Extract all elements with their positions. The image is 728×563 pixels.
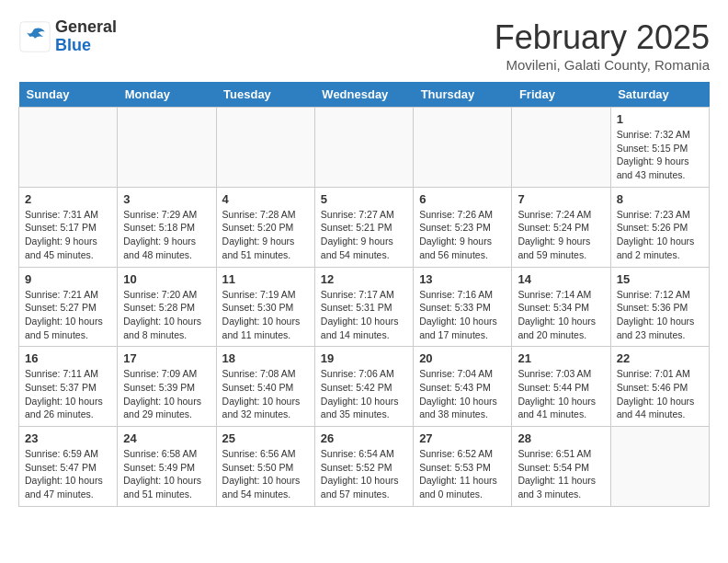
calendar-cell: 24Sunrise: 6:58 AM Sunset: 5:49 PM Dayli… <box>118 427 216 507</box>
day-info: Sunrise: 6:59 AM Sunset: 5:47 PM Dayligh… <box>25 447 111 501</box>
day-info: Sunrise: 7:32 AM Sunset: 5:15 PM Dayligh… <box>617 128 703 182</box>
day-info: Sunrise: 7:03 AM Sunset: 5:44 PM Dayligh… <box>518 367 604 421</box>
day-info: Sunrise: 6:58 AM Sunset: 5:49 PM Dayligh… <box>123 447 210 501</box>
day-number: 18 <box>222 351 309 365</box>
day-number: 11 <box>222 272 309 286</box>
calendar-cell: 5Sunrise: 7:27 AM Sunset: 5:21 PM Daylig… <box>314 187 413 267</box>
day-number: 4 <box>222 192 309 206</box>
day-number: 5 <box>321 192 407 206</box>
calendar-cell: 1Sunrise: 7:32 AM Sunset: 5:15 PM Daylig… <box>610 108 709 188</box>
calendar-cell: 22Sunrise: 7:01 AM Sunset: 5:46 PM Dayli… <box>610 347 709 427</box>
day-number: 6 <box>419 192 506 206</box>
weekday-friday: Friday <box>512 82 610 108</box>
day-info: Sunrise: 7:11 AM Sunset: 5:37 PM Dayligh… <box>25 367 111 421</box>
day-number: 17 <box>123 351 210 365</box>
calendar-cell: 2Sunrise: 7:31 AM Sunset: 5:17 PM Daylig… <box>19 187 118 267</box>
logo-blue: Blue <box>55 37 117 55</box>
day-info: Sunrise: 7:23 AM Sunset: 5:26 PM Dayligh… <box>617 208 703 262</box>
day-info: Sunrise: 7:20 AM Sunset: 5:28 PM Dayligh… <box>123 288 210 342</box>
logo-general: General <box>55 18 117 37</box>
day-number: 3 <box>123 192 210 206</box>
weekday-sunday: Sunday <box>19 82 118 108</box>
day-number: 2 <box>25 192 111 206</box>
weekday-tuesday: Tuesday <box>216 82 314 108</box>
day-info: Sunrise: 7:29 AM Sunset: 5:18 PM Dayligh… <box>123 208 210 262</box>
day-info: Sunrise: 7:01 AM Sunset: 5:46 PM Dayligh… <box>617 367 703 421</box>
calendar-cell <box>414 108 512 188</box>
calendar-cell: 14Sunrise: 7:14 AM Sunset: 5:34 PM Dayli… <box>512 267 610 347</box>
calendar-cell: 9Sunrise: 7:21 AM Sunset: 5:27 PM Daylig… <box>19 267 118 347</box>
day-info: Sunrise: 6:52 AM Sunset: 5:53 PM Dayligh… <box>419 447 506 501</box>
day-info: Sunrise: 6:51 AM Sunset: 5:54 PM Dayligh… <box>518 447 604 501</box>
calendar-cell: 18Sunrise: 7:08 AM Sunset: 5:40 PM Dayli… <box>216 347 314 427</box>
calendar-cell: 7Sunrise: 7:24 AM Sunset: 5:24 PM Daylig… <box>512 187 610 267</box>
day-number: 25 <box>222 431 309 445</box>
weekday-wednesday: Wednesday <box>314 82 413 108</box>
calendar-cell: 4Sunrise: 7:28 AM Sunset: 5:20 PM Daylig… <box>216 187 314 267</box>
day-info: Sunrise: 7:19 AM Sunset: 5:30 PM Dayligh… <box>222 288 309 342</box>
calendar-cell <box>118 108 216 188</box>
day-number: 20 <box>419 351 506 365</box>
day-info: Sunrise: 7:12 AM Sunset: 5:36 PM Dayligh… <box>617 288 703 342</box>
calendar-cell: 15Sunrise: 7:12 AM Sunset: 5:36 PM Dayli… <box>610 267 709 347</box>
calendar-cell: 3Sunrise: 7:29 AM Sunset: 5:18 PM Daylig… <box>118 187 216 267</box>
week-row-4: 16Sunrise: 7:11 AM Sunset: 5:37 PM Dayli… <box>19 347 710 427</box>
location: Movileni, Galati County, Romania <box>495 57 710 73</box>
day-info: Sunrise: 7:26 AM Sunset: 5:23 PM Dayligh… <box>419 208 506 262</box>
calendar-cell: 20Sunrise: 7:04 AM Sunset: 5:43 PM Dayli… <box>414 347 512 427</box>
logo: General Blue <box>18 18 117 55</box>
day-number: 14 <box>518 272 604 286</box>
calendar-cell: 16Sunrise: 7:11 AM Sunset: 5:37 PM Dayli… <box>19 347 118 427</box>
day-info: Sunrise: 6:56 AM Sunset: 5:50 PM Dayligh… <box>222 447 309 501</box>
calendar-cell: 26Sunrise: 6:54 AM Sunset: 5:52 PM Dayli… <box>314 427 413 507</box>
calendar-cell <box>512 108 610 188</box>
week-row-1: 1Sunrise: 7:32 AM Sunset: 5:15 PM Daylig… <box>19 108 710 188</box>
day-number: 7 <box>518 192 604 206</box>
weekday-monday: Monday <box>118 82 216 108</box>
calendar-cell: 11Sunrise: 7:19 AM Sunset: 5:30 PM Dayli… <box>216 267 314 347</box>
calendar-cell: 17Sunrise: 7:09 AM Sunset: 5:39 PM Dayli… <box>118 347 216 427</box>
day-number: 16 <box>25 351 111 365</box>
calendar-cell: 12Sunrise: 7:17 AM Sunset: 5:31 PM Dayli… <box>314 267 413 347</box>
calendar-cell: 19Sunrise: 7:06 AM Sunset: 5:42 PM Dayli… <box>314 347 413 427</box>
day-number: 13 <box>419 272 506 286</box>
day-info: Sunrise: 7:14 AM Sunset: 5:34 PM Dayligh… <box>518 288 604 342</box>
calendar-cell <box>610 427 709 507</box>
day-info: Sunrise: 6:54 AM Sunset: 5:52 PM Dayligh… <box>321 447 407 501</box>
calendar-cell: 8Sunrise: 7:23 AM Sunset: 5:26 PM Daylig… <box>610 187 709 267</box>
weekday-header-row: SundayMondayTuesdayWednesdayThursdayFrid… <box>19 82 710 108</box>
day-number: 27 <box>419 431 506 445</box>
calendar-cell <box>19 108 118 188</box>
calendar-cell: 27Sunrise: 6:52 AM Sunset: 5:53 PM Dayli… <box>414 427 512 507</box>
day-number: 23 <box>25 431 111 445</box>
calendar-cell: 28Sunrise: 6:51 AM Sunset: 5:54 PM Dayli… <box>512 427 610 507</box>
day-info: Sunrise: 7:04 AM Sunset: 5:43 PM Dayligh… <box>419 367 506 421</box>
day-number: 26 <box>321 431 407 445</box>
calendar-cell <box>216 108 314 188</box>
calendar-table: SundayMondayTuesdayWednesdayThursdayFrid… <box>18 82 710 507</box>
day-number: 9 <box>25 272 111 286</box>
page-header: General Blue February 2025 Movileni, Gal… <box>18 18 710 73</box>
weekday-saturday: Saturday <box>610 82 709 108</box>
weekday-thursday: Thursday <box>414 82 512 108</box>
day-number: 12 <box>321 272 407 286</box>
calendar-cell: 13Sunrise: 7:16 AM Sunset: 5:33 PM Dayli… <box>414 267 512 347</box>
day-number: 19 <box>321 351 407 365</box>
week-row-2: 2Sunrise: 7:31 AM Sunset: 5:17 PM Daylig… <box>19 187 710 267</box>
day-info: Sunrise: 7:21 AM Sunset: 5:27 PM Dayligh… <box>25 288 111 342</box>
calendar-body: 1Sunrise: 7:32 AM Sunset: 5:15 PM Daylig… <box>19 108 710 507</box>
month-title: February 2025 <box>495 18 710 57</box>
day-info: Sunrise: 7:16 AM Sunset: 5:33 PM Dayligh… <box>419 288 506 342</box>
day-number: 22 <box>617 351 703 365</box>
week-row-5: 23Sunrise: 6:59 AM Sunset: 5:47 PM Dayli… <box>19 427 710 507</box>
day-number: 28 <box>518 431 604 445</box>
calendar-cell: 21Sunrise: 7:03 AM Sunset: 5:44 PM Dayli… <box>512 347 610 427</box>
logo-text: General Blue <box>55 18 117 55</box>
day-info: Sunrise: 7:27 AM Sunset: 5:21 PM Dayligh… <box>321 208 407 262</box>
day-number: 8 <box>617 192 703 206</box>
day-info: Sunrise: 7:31 AM Sunset: 5:17 PM Dayligh… <box>25 208 111 262</box>
day-info: Sunrise: 7:06 AM Sunset: 5:42 PM Dayligh… <box>321 367 407 421</box>
day-number: 21 <box>518 351 604 365</box>
calendar-cell: 23Sunrise: 6:59 AM Sunset: 5:47 PM Dayli… <box>19 427 118 507</box>
day-info: Sunrise: 7:28 AM Sunset: 5:20 PM Dayligh… <box>222 208 309 262</box>
